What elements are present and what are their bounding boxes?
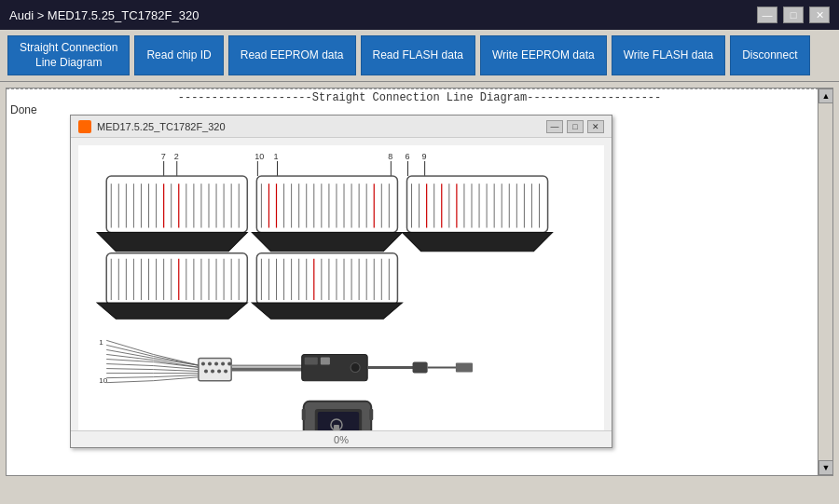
svg-line-125 [106, 381, 153, 383]
svg-text:2: 2 [174, 152, 179, 161]
svg-text:8: 8 [388, 152, 392, 161]
svg-rect-74 [106, 253, 247, 305]
svg-rect-136 [199, 359, 231, 381]
read-flash-button[interactable]: Read FLASH data [361, 35, 475, 75]
svg-rect-149 [305, 358, 318, 365]
connection-diagram-svg: 7 2 10 1 8 6 9 [78, 145, 604, 442]
svg-line-121 [106, 364, 153, 366]
inner-title-bar: MED17.5.25_TC1782F_320 — □ ✕ [71, 116, 612, 138]
svg-line-134 [154, 375, 200, 377]
inner-window-title: MED17.5.25_TC1782F_320 [97, 121, 546, 132]
svg-text:1: 1 [99, 339, 103, 347]
inner-window-controls: — □ ✕ [546, 120, 604, 133]
title-bar: Audi > MED17.5.25_TC1782F_320 — □ ✕ [0, 0, 839, 30]
maximize-button[interactable]: □ [783, 7, 804, 23]
svg-rect-52 [407, 176, 548, 232]
app-title: Audi > MED17.5.25_TC1782F_320 [9, 8, 199, 22]
svg-marker-72 [252, 233, 402, 252]
inner-restore-button[interactable]: □ [567, 120, 584, 133]
scroll-up-arrow[interactable]: ▲ [818, 89, 833, 103]
inner-close-button[interactable]: ✕ [587, 120, 604, 133]
svg-point-141 [227, 362, 231, 366]
svg-line-116 [106, 341, 153, 355]
toolbar: Straight Connection Line Diagram Read ch… [0, 30, 839, 82]
minimize-button[interactable]: — [757, 7, 777, 23]
svg-text:1: 1 [273, 152, 278, 161]
svg-rect-162 [302, 409, 306, 420]
diagram-label: --------------------Straight Connection … [7, 89, 832, 106]
svg-line-124 [106, 377, 153, 378]
svg-point-145 [224, 370, 227, 374]
scroll-down-arrow[interactable]: ▼ [818, 460, 833, 475]
svg-rect-93 [256, 253, 397, 305]
inner-window: MED17.5.25_TC1782F_320 — □ ✕ 7 2 10 1 8 … [70, 115, 612, 448]
disconnect-button[interactable]: Disconnect [730, 35, 809, 75]
straight-connection-button[interactable]: Straight Connection Line Diagram [7, 35, 130, 75]
svg-text:10: 10 [99, 376, 107, 385]
svg-rect-33 [256, 176, 397, 232]
main-content: --------------------Straight Connection … [6, 88, 833, 476]
progress-text: 0% [334, 434, 349, 445]
read-eeprom-button[interactable]: Read EEPROM data [228, 35, 356, 75]
svg-marker-73 [402, 233, 552, 252]
write-flash-button[interactable]: Write FLASH data [612, 35, 725, 75]
svg-point-138 [208, 362, 212, 366]
svg-point-140 [221, 362, 225, 366]
svg-rect-155 [456, 363, 473, 373]
svg-marker-71 [97, 233, 247, 252]
svg-rect-150 [321, 358, 330, 365]
inner-window-icon [78, 120, 91, 133]
svg-point-139 [214, 362, 218, 366]
svg-line-122 [106, 369, 153, 370]
svg-line-132 [154, 370, 200, 372]
window-controls: — □ ✕ [757, 7, 830, 23]
svg-point-143 [211, 370, 214, 374]
svg-line-135 [154, 377, 200, 381]
write-eeprom-button[interactable]: Write EEPROM data [480, 35, 607, 75]
svg-text:6: 6 [405, 152, 409, 161]
svg-point-137 [201, 362, 205, 366]
svg-rect-14 [106, 176, 247, 232]
svg-marker-113 [252, 303, 402, 319]
svg-point-142 [204, 370, 208, 374]
svg-text:10: 10 [254, 152, 264, 161]
svg-marker-112 [97, 303, 247, 319]
svg-text:7: 7 [161, 152, 166, 161]
read-chip-id-button[interactable]: Read chip ID [134, 35, 223, 75]
progress-area: 0% [71, 430, 612, 447]
inner-minimize-button[interactable]: — [546, 120, 563, 133]
svg-point-144 [217, 370, 221, 374]
close-button[interactable]: ✕ [809, 7, 830, 23]
svg-rect-163 [369, 409, 373, 420]
svg-text:9: 9 [422, 152, 427, 161]
diagram-canvas: 7 2 10 1 8 6 9 [78, 145, 604, 442]
svg-rect-153 [413, 362, 428, 374]
status-text: Done [10, 103, 37, 116]
svg-point-151 [351, 363, 360, 373]
scrollbar-vertical[interactable]: ▲ ▼ [818, 89, 832, 475]
